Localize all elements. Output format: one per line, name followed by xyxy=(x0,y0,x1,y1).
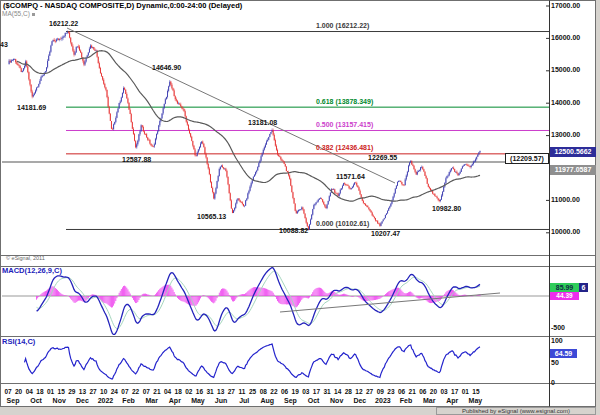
day-tick-label: 17 xyxy=(313,388,320,395)
ma-color-swatch-icon xyxy=(32,13,35,16)
month-tick-label: Oct xyxy=(308,397,320,404)
price-tick-label: 10000.00 xyxy=(551,228,580,235)
day-tick-label: 18 xyxy=(175,388,182,395)
day-tick-label: 07 xyxy=(143,388,150,395)
swing-price-label: 14181.69 xyxy=(17,104,46,111)
month-tick-label: Feb xyxy=(122,397,134,404)
day-tick-label: 25 xyxy=(249,388,256,395)
publisher-credit: Published by eSignal (www.esignal.com) xyxy=(436,407,596,415)
fib-label: 0.618 (13878.349) xyxy=(316,98,373,105)
day-tick-label: 07 xyxy=(121,388,128,395)
month-tick-label: Nov xyxy=(53,397,66,404)
day-tick-label: 20 xyxy=(430,388,437,395)
day-tick-label: 21 xyxy=(409,388,416,395)
fib-label: 1.000 (16212.22) xyxy=(316,22,369,29)
day-tick-label: 29 xyxy=(68,388,75,395)
month-tick-label: Feb xyxy=(400,397,412,404)
month-tick-label: Mar xyxy=(145,397,157,404)
swing-price-label: 10982.80 xyxy=(432,205,461,212)
day-tick-label: 11 xyxy=(239,388,246,395)
clipped-price-label: 43 xyxy=(0,41,8,48)
rsi-scale-label-50: 50 xyxy=(551,359,559,366)
day-tick-label: 28 xyxy=(345,388,352,395)
month-tick-label: Nov xyxy=(330,397,343,404)
day-tick-label: 01 xyxy=(462,388,469,395)
rsi-scale-label-0: 0 xyxy=(551,379,555,386)
macd-indicator-label: MACD(12,26,9,C) xyxy=(2,266,62,275)
day-tick-label: 27 xyxy=(366,388,373,395)
day-tick-label: 27 xyxy=(89,388,96,395)
fib-label: 0.382 (12436.481) xyxy=(316,144,373,151)
day-tick-label: 31 xyxy=(323,388,330,395)
day-tick-label: 10 xyxy=(100,388,107,395)
ma-indicator-label: MA(55,C) xyxy=(2,10,35,17)
day-tick-label: 09 xyxy=(377,388,384,395)
day-tick-label: 07 xyxy=(4,388,11,395)
day-tick-label: 14 xyxy=(334,388,341,395)
month-tick-label: Dec xyxy=(353,397,366,404)
copyright-text: © eSignal, 2011 xyxy=(6,255,45,261)
rsi-scale-label-100: 100 xyxy=(551,337,563,344)
swing-price-label: 10207.47 xyxy=(371,230,400,237)
swing-price-label: 10565.13 xyxy=(197,213,226,220)
month-tick-label: Sep xyxy=(284,397,297,404)
day-tick-label: 17 xyxy=(451,388,458,395)
price-tick-label: 15000.00 xyxy=(551,66,580,73)
month-tick-label: Apr xyxy=(446,397,458,404)
day-tick-label: 18 xyxy=(36,388,43,395)
macd-value-suffix-badge: 6 xyxy=(579,283,588,292)
day-tick-label: 03 xyxy=(302,388,309,395)
day-tick-label: 31 xyxy=(206,388,213,395)
price-tick-label: 13000.00 xyxy=(551,131,580,138)
day-tick-label: 15 xyxy=(472,388,479,395)
swing-price-label: 14646.90 xyxy=(152,64,181,71)
swing-price-label: 12587.88 xyxy=(122,156,151,163)
fib-label: 0.000 (10102.61) xyxy=(316,220,369,227)
month-tick-label: May xyxy=(469,397,483,404)
rsi-indicator-label: RSI(14,C) xyxy=(2,337,35,346)
day-tick-label: 04 xyxy=(26,388,33,395)
chart-title: ($COMPQ - NASDAQ COMPOSITE,D) Dynamic,0:… xyxy=(3,1,242,10)
day-tick-label: 15 xyxy=(58,388,65,395)
chart-window: ($COMPQ - NASDAQ COMPOSITE,D) Dynamic,0:… xyxy=(0,0,600,415)
day-tick-label: 20 xyxy=(15,388,22,395)
day-tick-label: 13 xyxy=(217,388,224,395)
swing-price-label: 10088.82 xyxy=(279,227,308,234)
day-tick-label: 06 xyxy=(419,388,426,395)
month-tick-label: Mar xyxy=(423,397,435,404)
day-tick-label: 03 xyxy=(440,388,447,395)
month-tick-label: Oct xyxy=(30,397,42,404)
day-tick-label: 23 xyxy=(387,388,394,395)
current-price-badge: 12500.5662 xyxy=(550,147,596,157)
swing-price-label: 11571.64 xyxy=(336,173,365,180)
price-tick-label: 14000.00 xyxy=(551,99,580,106)
month-tick-label: May xyxy=(191,397,205,404)
day-tick-label: 19 xyxy=(292,388,299,395)
month-tick-label: 2022 xyxy=(98,397,114,404)
day-tick-label: 16 xyxy=(196,388,203,395)
day-tick-label: 12 xyxy=(355,388,362,395)
month-tick-label: Jul xyxy=(239,397,249,404)
day-tick-label: 06 xyxy=(281,388,288,395)
day-tick-label: 08 xyxy=(260,388,267,395)
day-tick-label: 06 xyxy=(398,388,405,395)
ma-value-badge: 11977.0587 xyxy=(550,165,596,175)
day-tick-label: 04 xyxy=(164,388,171,395)
day-tick-label: 01 xyxy=(47,388,54,395)
day-tick-label: 24 xyxy=(111,388,118,395)
swing-price-label: 13181.08 xyxy=(248,119,277,126)
day-tick-label: 21 xyxy=(153,388,160,395)
rsi-value-badge: 64.59 xyxy=(550,349,577,358)
month-tick-label: Sep xyxy=(7,397,20,404)
macd-value-badge: 85.99 xyxy=(550,283,579,292)
month-tick-label: 2023 xyxy=(375,397,391,404)
month-tick-label: Apr xyxy=(169,397,181,404)
price-tick-label: 16000.00 xyxy=(551,34,580,41)
month-tick-label: Aug xyxy=(261,397,275,404)
month-tick-label: Dec xyxy=(76,397,89,404)
day-tick-label: 02 xyxy=(185,388,192,395)
macd-signal-value-badge: 44.39 xyxy=(550,292,579,300)
price-chart-canvas[interactable] xyxy=(0,0,600,415)
day-tick-label: 22 xyxy=(270,388,277,395)
resistance-price-label: 12269.55 xyxy=(368,154,397,161)
